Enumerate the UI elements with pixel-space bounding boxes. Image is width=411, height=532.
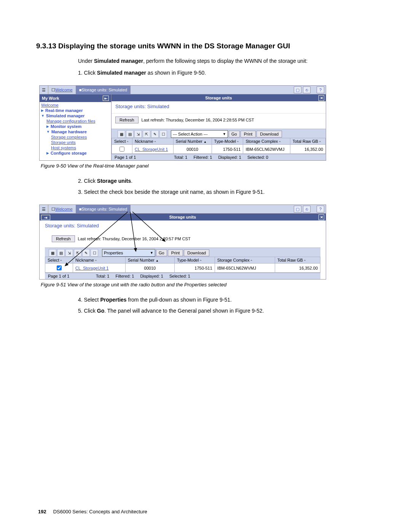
row-complex: IBM-65CLN62WVMJ <box>243 145 290 154</box>
pager-selected: Selected: 0 <box>247 155 268 160</box>
arrow-right-icon: ▶ <box>46 125 49 128</box>
intro-pre: Under <box>78 58 94 64</box>
nav-configure-storage[interactable]: ▶Configure storage <box>41 150 110 156</box>
row-serial: 00010 <box>173 145 212 154</box>
sort-icon: ^ <box>279 140 280 144</box>
col-nickname[interactable]: Nickname^ <box>132 138 173 145</box>
col-type[interactable]: Type-Model^ <box>212 138 243 145</box>
content-pane: Storage units ✕ Storage units: Simulated… <box>112 94 326 160</box>
last-refresh-text: Last refresh: Thursday, December 16, 200… <box>142 118 254 122</box>
mywork-sidebar: My Work ⇤ Welcome ▶Real-time manager ▼Si… <box>40 94 112 160</box>
toolbar-icon-4[interactable]: ⇱ <box>143 130 150 138</box>
row-checkbox[interactable] <box>119 147 124 152</box>
close-icon[interactable]: ✕ <box>319 95 324 101</box>
step-2: 2. Click Storage units. <box>78 177 375 185</box>
annotation-arrows <box>40 205 326 281</box>
step-1: 1. Click Simulated manager as shown in F… <box>78 69 375 77</box>
step1-post: as shown in Figure 9-50. <box>146 70 206 76</box>
svg-line-1 <box>130 212 136 251</box>
svg-line-0 <box>65 212 128 266</box>
col-serial[interactable]: Serial Number▲ <box>173 138 212 145</box>
table-row: CL_StorageUnit 1 00010 1750-511 IBM-65CL… <box>112 145 326 154</box>
pager-filtered: Filtered: 1 <box>193 155 212 160</box>
nav-host-systems[interactable]: Host systems <box>41 145 110 150</box>
nav-storage-units[interactable]: Storage units <box>41 140 110 145</box>
table-pager: Page 1 of 1 Total: 1 Filtered: 1 Display… <box>112 154 326 160</box>
toolbar-icon-5[interactable]: ✎ <box>151 130 159 138</box>
figure-9-51-caption: Figure 9-51 View of the storage unit wit… <box>41 282 375 288</box>
toolbar-icon-6[interactable]: ☐ <box>159 130 167 138</box>
sort-icon: ^ <box>237 140 239 144</box>
row-raw: 16,352.00 <box>290 145 325 154</box>
page-footer: 192DS6000 Series: Concepts and Architect… <box>38 509 147 514</box>
sort-icon: ▲ <box>204 140 207 144</box>
step4-bold: Properties <box>100 297 126 303</box>
content-title: Storage units: Simulated <box>112 101 326 113</box>
window-right-icons: ▢ ⎋ ? <box>294 86 326 93</box>
sort-icon: ^ <box>319 140 321 144</box>
step-5: 5. Click Go. The panel will advance to t… <box>78 307 375 315</box>
dropdown-arrow-icon: ▼ <box>223 132 226 136</box>
nav-monitor-system[interactable]: ▶Monitor system <box>41 124 110 129</box>
tab-storage-units[interactable]: ■ Storage units: Simulated <box>76 86 131 94</box>
nav-realtime-manager[interactable]: ▶Real-time manager <box>41 108 110 113</box>
step1-pre: 1. Click <box>78 70 97 76</box>
mywork-collapse-icon[interactable]: ⇤ <box>103 96 109 101</box>
intro-post: , perform the following steps to display… <box>143 58 307 64</box>
figure-9-51: ☰ ☐ Welcome ■ Storage units: Simulated ▢… <box>39 204 326 280</box>
arrow-down-icon: ▼ <box>46 130 50 134</box>
section-heading: 9.3.13 Displaying the storage units WWNN… <box>36 42 375 50</box>
toolbar-icon-3[interactable]: ⇲ <box>134 130 142 138</box>
app-menu-icon[interactable]: ☰ <box>40 86 48 94</box>
refresh-button[interactable]: Refresh <box>115 117 139 123</box>
content-header-label: Storage units <box>205 96 232 100</box>
window-tab-bar: ☰ ☐ Welcome ■ Storage units: Simulated ▢… <box>40 86 326 94</box>
select-action-dropdown[interactable]: --- Select Action --- ▼ <box>171 130 228 138</box>
content-pane-header: Storage units ✕ <box>112 94 326 101</box>
print-button[interactable]: Print <box>241 131 256 137</box>
step5-pre: 5. Click <box>78 308 97 314</box>
footer-text: DS6000 Series: Concepts and Architecture <box>53 509 147 514</box>
col-complex[interactable]: Storage Complex^ <box>243 138 290 145</box>
logout-icon[interactable]: ⎋ <box>303 86 311 93</box>
figure-9-50: ☰ ☐ Welcome ■ Storage units: Simulated ▢… <box>39 85 326 161</box>
nav-manage-config[interactable]: Manage configuration files <box>41 118 110 124</box>
select-action-label: --- Select Action --- <box>173 132 208 136</box>
mywork-header: My Work ⇤ <box>40 94 111 102</box>
col-raw[interactable]: Total Raw GB^ <box>290 138 325 145</box>
nav-simulated-manager[interactable]: ▼Simulated manager <box>41 113 110 118</box>
sort-icon: ^ <box>127 140 129 144</box>
step2-pre: 2. Click <box>78 178 97 184</box>
nav-welcome[interactable]: Welcome <box>41 102 110 108</box>
download-button[interactable]: Download <box>256 131 282 137</box>
step1-bold: Simulated manager <box>97 70 146 76</box>
storage-units-table: Select^ Nickname^ Serial Number▲ Type-Mo… <box>112 138 326 154</box>
toolbar-icon-1[interactable]: ▦ <box>118 130 125 138</box>
step4-pre: 4. Select <box>78 297 100 303</box>
nav-manage-hardware[interactable]: ▼Manage hardware <box>41 129 110 134</box>
step-4: 4. Select Properties from the pull-down … <box>78 296 375 304</box>
step2-post: . <box>131 178 132 184</box>
arrow-down-icon: ▼ <box>41 114 45 118</box>
help-icon[interactable]: ? <box>317 86 324 93</box>
sort-icon: ^ <box>155 140 156 144</box>
step2-bold: Storage units <box>97 178 131 184</box>
row-nickname-link[interactable]: CL_StorageUnit 1 <box>135 147 168 152</box>
svg-line-2 <box>132 212 165 241</box>
tab-storage-label: Storage units: Simulated <box>81 88 127 92</box>
step-3: 3. Select the check box beside the stora… <box>78 188 375 196</box>
col-select[interactable]: Select^ <box>112 138 132 145</box>
pager-total: Total: 1 <box>174 155 187 160</box>
go-button[interactable]: Go <box>229 131 240 137</box>
intro-paragraph: Under Simulated manager, perform the fol… <box>78 57 375 65</box>
nav-storage-complexes[interactable]: Storage complexes <box>41 134 110 140</box>
row-type: 1750-511 <box>212 145 243 154</box>
toolbar-icon-2[interactable]: ▤ <box>126 130 134 138</box>
intro-bold: Simulated manager <box>94 58 143 64</box>
figure-9-50-caption: Figure 9-50 View of the Real-time Manage… <box>41 163 375 169</box>
step5-bold: Go <box>97 308 104 314</box>
tab-welcome[interactable]: ☐ Welcome <box>48 86 76 94</box>
arrow-right-icon: ▶ <box>41 109 44 112</box>
pager-displayed: Displayed: 1 <box>218 155 241 160</box>
window-icon-1[interactable]: ▢ <box>294 86 301 93</box>
